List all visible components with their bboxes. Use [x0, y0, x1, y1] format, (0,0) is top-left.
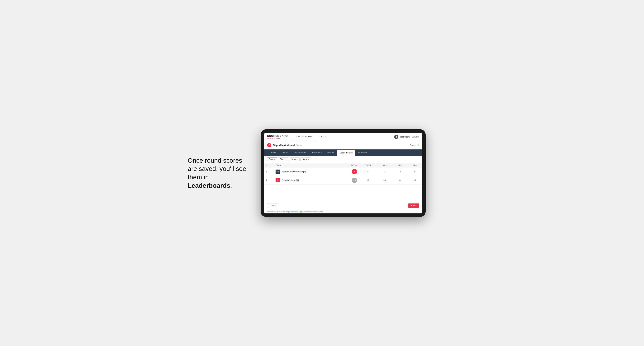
url-text: https://stage-blue-coach.stagescoreboard… [267, 211, 323, 213]
tab-results[interactable]: Results [325, 150, 337, 156]
tablet-device: SCOREBOARD Powered by clippd TOURNAMENTS… [260, 129, 426, 217]
col-rd1: RD1 [377, 163, 392, 168]
thru-2: F [368, 179, 369, 181]
bottom-bar: Cancel Save [264, 201, 422, 210]
col-thru: THRU [359, 163, 377, 168]
tab-tee-groups[interactable]: Tee Groups [308, 150, 325, 156]
rd3-2: +3 [414, 179, 416, 181]
description-text: Once round scores are saved, you'll see … [188, 157, 246, 181]
save-button[interactable]: Save [408, 203, 419, 208]
logo-area: SCOREBOARD Powered by clippd [267, 135, 288, 139]
tournament-title: Clippd Invitational [273, 144, 295, 147]
sign-out-link[interactable]: Sign out [412, 136, 419, 138]
total-score-1: -5 [352, 169, 357, 174]
tab-teams[interactable]: Teams [279, 150, 290, 156]
rd2-1: +5 [398, 171, 401, 173]
description-bold: Leaderboards [188, 182, 230, 189]
cancel-button[interactable]: Cancel [267, 203, 280, 208]
tablet-screen: SCOREBOARD Powered by clippd TOURNAMENTS… [264, 133, 422, 213]
team-name-1: Scoreboard University [A] [282, 171, 306, 173]
rd2-2: -8 [399, 179, 401, 181]
col-total: TOTAL [339, 163, 359, 168]
tournament-icon: C [267, 143, 271, 147]
url-bar: https://stage-blue-coach.stagescoreboard… [264, 210, 422, 213]
tab-printables[interactable]: Printables [355, 150, 370, 156]
rd1-2: +8 [384, 179, 386, 181]
logo-main: SCOREBOARD [267, 135, 288, 137]
total-score-2: +3 [352, 177, 357, 183]
rank-1: 1 [266, 171, 267, 173]
nav-right: S Test User | Sign out [394, 135, 419, 139]
rd1-1: -4 [384, 171, 386, 173]
filter-players[interactable]: Players [278, 158, 288, 161]
table-row: 2 C Clippd College [A] +3 F +8 -8 +3 [264, 176, 422, 184]
leaderboard-table: # TEAM TOTAL THRU RD1 RD2 RD3 1 [264, 163, 422, 185]
sub-tabs: Details Teams Course Setup Tee Groups Re… [264, 150, 422, 156]
filter-scores[interactable]: Scores [289, 158, 299, 161]
nav-tournaments[interactable]: TOURNAMENTS [292, 133, 316, 141]
top-navigation: SCOREBOARD Powered by clippd TOURNAMENTS… [264, 133, 422, 141]
col-team: TEAM [274, 163, 339, 168]
filter-bar: Teams Players Scores Strokes [264, 156, 422, 163]
left-description: Once round scores are saved, you'll see … [188, 156, 249, 190]
col-rank: # [264, 163, 274, 168]
thru-1: F [368, 171, 369, 173]
tournament-cancel[interactable]: Cancel ✕ [410, 144, 419, 146]
filter-teams[interactable]: Teams [267, 158, 277, 161]
close-icon[interactable]: ✕ [417, 144, 419, 146]
user-name: Test User | [400, 136, 410, 138]
team-logo-1: SU [276, 170, 280, 174]
user-avatar: S [394, 135, 398, 139]
nav-links: TOURNAMENTS TEAMS [292, 133, 394, 141]
rd3-1: -6 [414, 171, 416, 173]
tab-course-setup[interactable]: Course Setup [290, 150, 308, 156]
description-period: . [230, 182, 232, 189]
team-logo-2: C [276, 178, 280, 182]
rank-2: 2 [266, 179, 267, 181]
table-row: 1 SU Scoreboard University [A] -5 F -4 +… [264, 167, 422, 176]
cancel-label[interactable]: Cancel [410, 144, 416, 146]
col-rd3: RD3 [407, 163, 422, 168]
nav-teams[interactable]: TEAMS [316, 133, 329, 141]
leaderboard-content: # TEAM TOTAL THRU RD1 RD2 RD3 1 [264, 163, 422, 201]
tournament-header: C Clippd Invitational (Men) Cancel ✕ [264, 141, 422, 150]
team-name-2: Clippd College [A] [282, 179, 299, 181]
col-rd2: RD2 [392, 163, 407, 168]
logo-powered: Powered by clippd [267, 137, 288, 139]
tab-leaderboards[interactable]: Leaderboards [337, 150, 355, 156]
filter-strokes[interactable]: Strokes [300, 158, 311, 161]
tab-details[interactable]: Details [267, 150, 279, 156]
tournament-subtitle: (Men) [296, 144, 302, 146]
